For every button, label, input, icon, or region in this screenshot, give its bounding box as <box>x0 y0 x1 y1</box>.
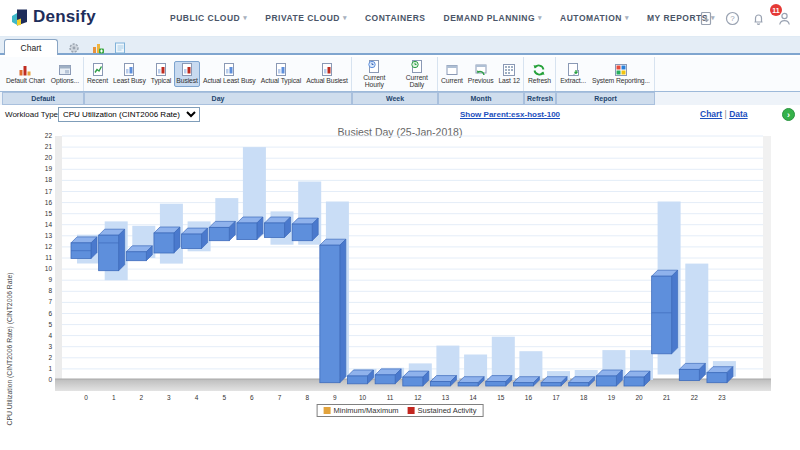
view-links: Chart | Data <box>700 109 748 119</box>
bar-hour-8 <box>292 182 321 245</box>
gear-icon[interactable] <box>68 40 80 52</box>
options-button[interactable]: Options... <box>49 61 81 86</box>
doc-red-icon <box>154 63 168 76</box>
svg-text:22: 22 <box>45 132 53 139</box>
nav-public-cloud[interactable]: PUBLIC CLOUD▾ <box>170 13 247 23</box>
calendar-icon <box>502 63 516 76</box>
typical-button[interactable]: Typical <box>149 61 173 86</box>
bar-hour-20 <box>624 350 653 386</box>
chart-view-link[interactable]: Chart <box>700 109 722 119</box>
toolbar-group-labels: DefaultDayWeekMonthRefreshReport <box>0 92 800 105</box>
svg-text:9: 9 <box>48 276 52 283</box>
legend-swatch <box>408 407 415 414</box>
svg-text:22: 22 <box>691 394 699 401</box>
extract-button[interactable]: Extract... <box>558 61 588 86</box>
group-label-month: Month <box>438 92 524 105</box>
button-label: Recent <box>87 77 108 84</box>
window-icon <box>445 63 459 76</box>
nav-private-cloud[interactable]: PRIVATE CLOUD▾ <box>265 13 347 23</box>
button-label: Actual Least Busy <box>203 77 256 84</box>
svg-text:0: 0 <box>48 376 52 383</box>
previous-button[interactable]: Previous <box>466 61 496 86</box>
bar-hour-6 <box>237 147 266 240</box>
least-busy-button[interactable]: Least Busy <box>111 61 148 86</box>
recent-button[interactable]: Recent <box>85 61 110 86</box>
refresh-button[interactable]: Refresh <box>526 61 553 86</box>
chevron-down-icon: ▾ <box>538 14 542 22</box>
go-icon[interactable]: › <box>782 108 795 121</box>
nav-label: DEMAND PLANNING <box>444 13 536 23</box>
nav-label: AUTOMATION <box>560 13 622 23</box>
bar-hour-9 <box>320 202 349 383</box>
doc-red-icon <box>180 63 194 76</box>
app-header: Densify PUBLIC CLOUD▾PRIVATE CLOUD▾CONTA… <box>0 0 800 37</box>
control-row: Workload Type: CPU Utilization (CINT2006… <box>0 105 800 124</box>
busiest-button[interactable]: Busiest <box>174 61 200 86</box>
logo-text: Densify <box>33 7 96 27</box>
svg-text:21: 21 <box>663 394 671 401</box>
group-label-day: Day <box>84 92 352 105</box>
svg-text:17: 17 <box>45 188 53 195</box>
svg-text:6: 6 <box>250 394 254 401</box>
actual-busiest-button[interactable]: Actual Busiest <box>304 61 350 86</box>
group-label-refresh: Refresh <box>524 92 556 105</box>
data-view-link[interactable]: Data <box>729 109 747 119</box>
svg-text:13: 13 <box>442 394 450 401</box>
actual-typical-button[interactable]: Actual Typical <box>259 61 303 86</box>
svg-text:10: 10 <box>359 394 367 401</box>
nav-demand-planning[interactable]: DEMAND PLANNING▾ <box>444 13 543 23</box>
chart-legend: Minimum/MaximumSustained Activity <box>317 404 484 417</box>
nav-automation[interactable]: AUTOMATION▾ <box>560 13 629 23</box>
notification-badge[interactable]: 11 <box>770 4 782 16</box>
last-12-button[interactable]: Last 12 <box>496 61 522 86</box>
chart-area: Busiest Day (25-Jan-2018) 01234567891011… <box>0 124 800 450</box>
svg-text:16: 16 <box>45 199 53 206</box>
chart-add-icon[interactable] <box>92 40 104 52</box>
svg-text:15: 15 <box>45 210 53 217</box>
svg-text:1: 1 <box>112 394 116 401</box>
show-parent-link[interactable]: Show Parent:esx-host-100 <box>460 110 560 119</box>
current-button[interactable]: Current <box>439 61 465 86</box>
chevron-down-icon: ▾ <box>243 14 247 22</box>
system-reporting-button[interactable]: System Reporting... <box>590 61 652 86</box>
current-daily-button[interactable]: Current Daily <box>397 58 437 91</box>
svg-text:3: 3 <box>48 343 52 350</box>
workload-type-select[interactable]: CPU Utilization (CINT2006 Rate) <box>58 107 200 122</box>
bar-hour-0 <box>71 235 100 264</box>
nav-containers[interactable]: CONTAINERS <box>365 13 426 23</box>
actual-least-busy-button[interactable]: Actual Least Busy <box>201 61 258 86</box>
default-chart-icon <box>18 63 32 76</box>
nav-label: CONTAINERS <box>365 13 426 23</box>
notifications-icon[interactable] <box>751 11 766 26</box>
svg-text:18: 18 <box>580 394 588 401</box>
bar-hour-14 <box>458 355 487 387</box>
note-icon[interactable] <box>114 40 126 52</box>
doc-blue-icon <box>122 63 136 76</box>
default-chart-button[interactable]: Default Chart <box>4 61 47 86</box>
help-icon[interactable]: ? <box>725 11 740 26</box>
button-label: Default Chart <box>6 77 45 84</box>
densify-logo-icon <box>12 9 29 26</box>
bar-hour-5 <box>209 198 238 241</box>
densify-logo[interactable]: Densify <box>12 7 96 27</box>
button-label: Options... <box>51 77 79 84</box>
toolbar-group-report: Extract...System Reporting... <box>556 57 655 91</box>
bar-hour-3 <box>154 204 183 264</box>
svg-text:20: 20 <box>45 154 53 161</box>
recent-icon <box>91 63 105 76</box>
group-label-default: Default <box>2 92 84 105</box>
chevron-down-icon: ▾ <box>625 14 629 22</box>
svg-text:17: 17 <box>552 394 560 401</box>
system-reporting-icon <box>614 63 628 76</box>
svg-text:10: 10 <box>45 265 53 272</box>
svg-text:14: 14 <box>45 221 53 228</box>
bar-hour-13 <box>430 346 459 386</box>
tab-chart[interactable]: Chart <box>4 39 58 55</box>
svg-text:8: 8 <box>305 394 309 401</box>
left-wall <box>55 136 62 379</box>
export-icon[interactable] <box>699 11 714 26</box>
svg-text:2: 2 <box>48 354 52 361</box>
svg-text:12: 12 <box>414 394 422 401</box>
nav-label: PUBLIC CLOUD <box>170 13 240 23</box>
current-hourly-button[interactable]: Current Hourly <box>352 58 397 91</box>
